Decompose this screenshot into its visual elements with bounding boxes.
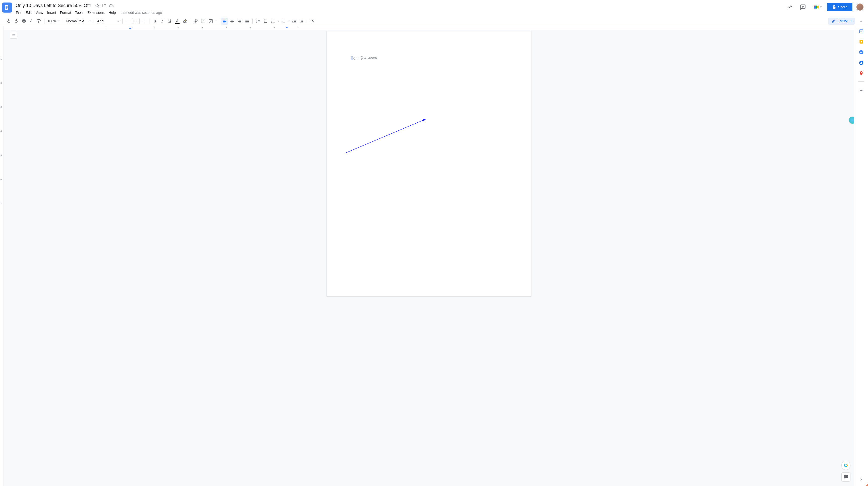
mode-label: Editing bbox=[837, 19, 848, 23]
star-icon[interactable] bbox=[95, 3, 99, 8]
share-label: Share bbox=[838, 5, 847, 9]
svg-text:31: 31 bbox=[860, 31, 862, 32]
menubar: File Edit View Insert Format Tools Exten… bbox=[14, 9, 784, 16]
insert-link-button[interactable] bbox=[192, 18, 199, 25]
align-center-button[interactable] bbox=[228, 18, 236, 25]
svg-rect-20 bbox=[861, 42, 862, 43]
zoom-select[interactable]: 100% bbox=[46, 19, 62, 23]
print-button[interactable] bbox=[20, 18, 27, 25]
dictionary-button[interactable] bbox=[841, 473, 850, 482]
font-size-increase[interactable] bbox=[141, 18, 148, 25]
calendar-icon[interactable]: 31 bbox=[859, 29, 864, 34]
last-edit-link[interactable]: Last edit was seconds ago bbox=[121, 10, 162, 14]
collaborator-indicator[interactable] bbox=[849, 117, 854, 124]
docs-logo-icon[interactable] bbox=[2, 2, 12, 12]
cloud-status-icon[interactable] bbox=[109, 3, 114, 8]
svg-point-10 bbox=[271, 22, 272, 23]
editing-mode-button[interactable]: Editing bbox=[828, 18, 855, 25]
vertical-ruler: 1 2 3 4 5 6 7 bbox=[0, 26, 4, 486]
svg-point-19 bbox=[861, 41, 862, 42]
menu-file[interactable]: File bbox=[14, 9, 23, 16]
svg-rect-3 bbox=[6, 8, 7, 9]
paragraph-style-select[interactable]: Normal text bbox=[65, 19, 92, 23]
meet-button[interactable] bbox=[811, 3, 824, 11]
indent-decrease-button[interactable] bbox=[290, 18, 298, 25]
explore-button[interactable] bbox=[841, 461, 850, 470]
tasks-icon[interactable] bbox=[859, 50, 864, 55]
undo-button[interactable] bbox=[5, 18, 12, 25]
italic-button[interactable] bbox=[159, 18, 166, 25]
add-addon-button[interactable]: + bbox=[860, 87, 863, 94]
horizontal-ruler[interactable]: 1 1 2 3 4 5 6 7 bbox=[4, 26, 854, 30]
menu-extensions[interactable]: Extensions bbox=[86, 9, 106, 16]
hide-sidepanel-button[interactable] bbox=[858, 477, 864, 483]
bulleted-list-dropdown[interactable] bbox=[277, 18, 280, 25]
numbered-list-button[interactable]: 123 bbox=[280, 18, 287, 25]
bold-button[interactable] bbox=[151, 18, 158, 25]
toolbar: 100% Normal text Arial 123 Editing bbox=[0, 16, 868, 26]
redo-button[interactable] bbox=[13, 18, 20, 25]
svg-point-24 bbox=[861, 72, 862, 73]
svg-point-23 bbox=[861, 62, 862, 63]
align-left-button[interactable] bbox=[221, 18, 228, 25]
svg-point-9 bbox=[271, 21, 272, 21]
font-size-input[interactable] bbox=[132, 18, 140, 24]
window-resize-handle[interactable] bbox=[866, 484, 868, 486]
line-spacing-button[interactable] bbox=[254, 18, 261, 25]
menu-view[interactable]: View bbox=[34, 9, 45, 16]
comments-icon[interactable] bbox=[798, 2, 808, 12]
menu-help[interactable]: Help bbox=[107, 9, 118, 16]
spellcheck-button[interactable] bbox=[28, 18, 35, 25]
svg-text:3: 3 bbox=[282, 21, 282, 23]
insert-image-button[interactable] bbox=[207, 18, 214, 25]
menu-edit[interactable]: Edit bbox=[24, 9, 33, 16]
highlight-button[interactable] bbox=[181, 18, 188, 25]
document-page[interactable]: Type @ to insert bbox=[327, 31, 531, 297]
activity-icon[interactable] bbox=[784, 2, 795, 12]
keep-icon[interactable] bbox=[859, 39, 864, 44]
insert-placeholder: Type @ to insert bbox=[351, 56, 377, 60]
document-title[interactable]: Only 10 Days Left to Secure 50% Off! bbox=[14, 2, 92, 9]
checklist-button[interactable] bbox=[262, 18, 269, 25]
insert-image-dropdown[interactable] bbox=[215, 18, 217, 25]
menu-insert[interactable]: Insert bbox=[45, 9, 58, 16]
add-comment-button[interactable] bbox=[200, 18, 207, 25]
contacts-icon[interactable] bbox=[859, 60, 864, 65]
bulleted-list-button[interactable] bbox=[270, 18, 277, 25]
menu-tools[interactable]: Tools bbox=[73, 9, 85, 16]
maps-icon[interactable] bbox=[859, 71, 864, 76]
collapse-toolbar-button[interactable] bbox=[858, 18, 865, 25]
align-right-button[interactable] bbox=[236, 18, 243, 25]
clear-formatting-button[interactable] bbox=[309, 18, 316, 25]
svg-rect-1 bbox=[6, 6, 7, 7]
account-avatar[interactable] bbox=[856, 3, 864, 11]
svg-point-7 bbox=[210, 20, 210, 21]
font-size-decrease[interactable] bbox=[124, 18, 131, 25]
side-panel: 31 + bbox=[854, 26, 868, 486]
svg-rect-2 bbox=[6, 7, 7, 8]
underline-button[interactable] bbox=[166, 18, 173, 25]
indent-increase-button[interactable] bbox=[298, 18, 305, 25]
align-justify-button[interactable] bbox=[244, 18, 251, 25]
font-select[interactable]: Arial bbox=[96, 19, 121, 23]
svg-point-8 bbox=[271, 20, 272, 20]
document-outline-button[interactable] bbox=[10, 32, 17, 39]
move-icon[interactable] bbox=[102, 3, 106, 8]
share-button[interactable]: Share bbox=[827, 3, 852, 11]
paint-format-button[interactable] bbox=[35, 18, 42, 25]
menu-format[interactable]: Format bbox=[58, 9, 73, 16]
text-color-button[interactable] bbox=[174, 18, 181, 25]
numbered-list-dropdown[interactable] bbox=[287, 18, 290, 25]
